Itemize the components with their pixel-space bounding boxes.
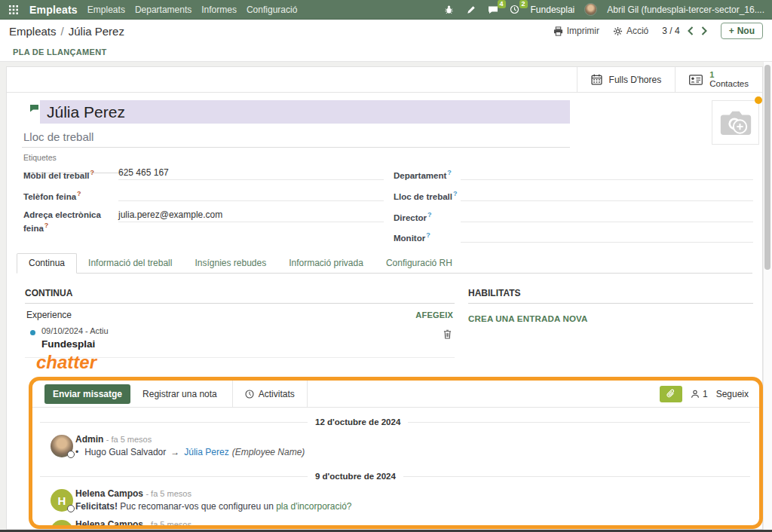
log-note-button[interactable]: Registrar una nota bbox=[142, 389, 217, 399]
debug-bug-icon[interactable] bbox=[443, 4, 455, 16]
breadcrumb-root[interactable]: Empleats bbox=[9, 25, 57, 38]
message-author[interactable]: Helena Campos bbox=[75, 488, 143, 499]
job-position-field[interactable]: Lloc de treball bbox=[22, 130, 570, 148]
pager-next-button[interactable] bbox=[701, 26, 707, 35]
clock-icon bbox=[245, 390, 254, 399]
tracking-new-value[interactable]: Júlia Perez bbox=[184, 447, 228, 457]
trash-icon[interactable] bbox=[443, 329, 452, 339]
contacts-label: Contactes bbox=[709, 79, 749, 89]
chatter-toolbar: Enviar missatge Registrar una nota Activ… bbox=[32, 381, 759, 408]
incorporation-plan-link[interactable]: pla d'incorporació? bbox=[276, 501, 351, 512]
manager-input[interactable] bbox=[461, 209, 753, 222]
user-menu[interactable]: Abril Gil (fundesplai-tercer-sector_16..… bbox=[607, 5, 764, 15]
field-work-email: Adreça electrònica feina? julia.perez@ex… bbox=[23, 209, 384, 234]
help-marker: ? bbox=[453, 190, 458, 197]
help-marker: ? bbox=[90, 169, 95, 176]
timesheets-label: Fulls D'hores bbox=[609, 75, 662, 85]
new-record-button[interactable]: + Nou bbox=[721, 23, 763, 39]
nav-menu-informes[interactable]: Informes bbox=[201, 5, 237, 15]
skills-section: HABILITATS CREA UNA ENTRADA NOVA bbox=[468, 288, 753, 325]
chatter-panel: Enviar missatge Registrar una nota Activ… bbox=[29, 377, 763, 529]
right-field-column: Departament? Lloc de treball? Director? … bbox=[394, 167, 753, 251]
followers-count: 1 bbox=[703, 389, 708, 399]
resume-entry-name[interactable]: Fundesplai bbox=[41, 338, 433, 350]
tab-insignies-rebudes[interactable]: Insígnies rebudes bbox=[183, 254, 277, 273]
edit-pencil-icon[interactable] bbox=[465, 4, 477, 16]
message-employee-created: H Helena Campos - fa 5 mesos Empleat cre… bbox=[32, 516, 759, 529]
message-author[interactable]: Helena Campos bbox=[75, 519, 143, 529]
field-coach: Monitor? bbox=[394, 230, 753, 243]
action-menu-button[interactable]: Acció bbox=[613, 26, 648, 36]
apps-grid-icon[interactable] bbox=[8, 4, 20, 16]
attach-file-button[interactable] bbox=[660, 386, 682, 402]
follow-button[interactable]: Segueix bbox=[716, 389, 749, 399]
user-avatar[interactable] bbox=[584, 3, 597, 16]
gear-icon bbox=[613, 26, 623, 36]
message-text-bold: Felicitats! bbox=[75, 501, 118, 512]
department-input[interactable] bbox=[461, 167, 753, 180]
left-field-column: Mòbil del treball? 625 465 167 Telèfon f… bbox=[23, 167, 384, 240]
avatar-sub-badge bbox=[67, 505, 75, 512]
work-phone-input[interactable] bbox=[118, 188, 384, 201]
employee-name-field[interactable]: Júlia Perez bbox=[40, 100, 570, 124]
avatar: H bbox=[51, 489, 73, 512]
send-message-button[interactable]: Enviar missatge bbox=[44, 384, 130, 404]
resume-group-label: Experience bbox=[26, 310, 72, 320]
help-marker: ? bbox=[447, 169, 452, 176]
photo-upload-button[interactable] bbox=[712, 100, 759, 145]
nav-menu-empleats[interactable]: Empleats bbox=[87, 5, 125, 15]
skills-create-button[interactable]: CREA UNA ENTRADA NOVA bbox=[468, 314, 588, 323]
field-work-phone: Telèfon feina? bbox=[23, 188, 384, 202]
company-switcher[interactable]: Fundesplai bbox=[531, 5, 575, 15]
field-job-position: Lloc de treball? bbox=[394, 188, 753, 202]
resume-add-button[interactable]: AFEGEIX bbox=[415, 310, 453, 320]
top-navbar: Empleats Empleats Departaments Informes … bbox=[0, 0, 772, 20]
mobile-input[interactable]: 625 465 167 bbox=[118, 167, 384, 180]
nav-menu-departaments[interactable]: Departaments bbox=[135, 5, 191, 15]
message-helena-note: H Helena Campos - fa 5 mesos Felicitats!… bbox=[32, 485, 759, 516]
print-button[interactable]: Imprimir bbox=[553, 26, 599, 36]
work-email-input[interactable]: julia.perez@example.com bbox=[118, 209, 384, 222]
activities-button[interactable]: Activitats bbox=[232, 381, 308, 407]
tracking-bullet: • bbox=[75, 447, 78, 457]
id-card-icon bbox=[689, 75, 703, 85]
resume-section: CONTINUA Experience AFEGEIX 09/10/2024 -… bbox=[25, 288, 455, 358]
messages-icon[interactable]: 4 bbox=[487, 4, 499, 16]
contacts-stat-button[interactable]: 1 Contactes bbox=[675, 67, 762, 92]
stat-button-row: Fulls D'hores 1 Contactes bbox=[7, 67, 762, 93]
pager-counter: 3 / 4 bbox=[662, 26, 679, 36]
activities-badge: 2 bbox=[519, 0, 528, 8]
printer-icon bbox=[553, 26, 563, 36]
app-name[interactable]: Empleats bbox=[29, 4, 78, 16]
unsaved-indicator-dot bbox=[755, 96, 762, 104]
avatar bbox=[51, 435, 73, 457]
timesheets-stat-button[interactable]: Fulls D'hores bbox=[577, 67, 676, 92]
help-marker: ? bbox=[44, 222, 49, 229]
tracking-arrow-icon: → bbox=[170, 447, 179, 457]
message-time: - fa 5 mesos bbox=[106, 435, 152, 444]
tab-continua[interactable]: Continua bbox=[17, 253, 77, 274]
tags-label: Etiquetes bbox=[23, 153, 126, 162]
breadcrumb: Empleats / Júlia Perez bbox=[9, 25, 124, 38]
activities-clock-icon[interactable]: 2 bbox=[509, 4, 521, 16]
message-author[interactable]: Admin bbox=[75, 434, 103, 445]
coach-input[interactable] bbox=[461, 230, 753, 243]
scrollbar-thumb[interactable] bbox=[764, 65, 770, 270]
nav-menu-configuracio[interactable]: Configuració bbox=[247, 5, 297, 15]
help-marker: ? bbox=[426, 231, 430, 239]
tab-informacio-del-treball[interactable]: Informació del treball bbox=[77, 254, 183, 273]
control-panel: Empleats / Júlia Perez Imprimir Acció 3 … bbox=[0, 20, 772, 42]
date-separator: 9 d'octubre de 2024 bbox=[40, 472, 750, 481]
person-icon bbox=[691, 390, 700, 399]
scrollbar-track[interactable] bbox=[763, 62, 772, 530]
notebook-tabs: Continua Informació del treball Insígnie… bbox=[17, 255, 752, 274]
tab-informacio-privada[interactable]: Informació privada bbox=[277, 254, 375, 273]
skills-section-title: HABILITATS bbox=[468, 288, 753, 304]
message-time: - fa 5 mesos bbox=[146, 489, 191, 498]
pager-prev-button[interactable] bbox=[688, 26, 694, 35]
followers-button[interactable]: 1 bbox=[691, 389, 708, 399]
launch-plan-button[interactable]: PLA DE LLANÇAMENT bbox=[13, 47, 106, 57]
message-time: - fa 5 mesos bbox=[146, 520, 191, 529]
job-position-input[interactable] bbox=[461, 188, 753, 201]
tab-configuracio-rh[interactable]: Configuració RH bbox=[375, 254, 464, 273]
